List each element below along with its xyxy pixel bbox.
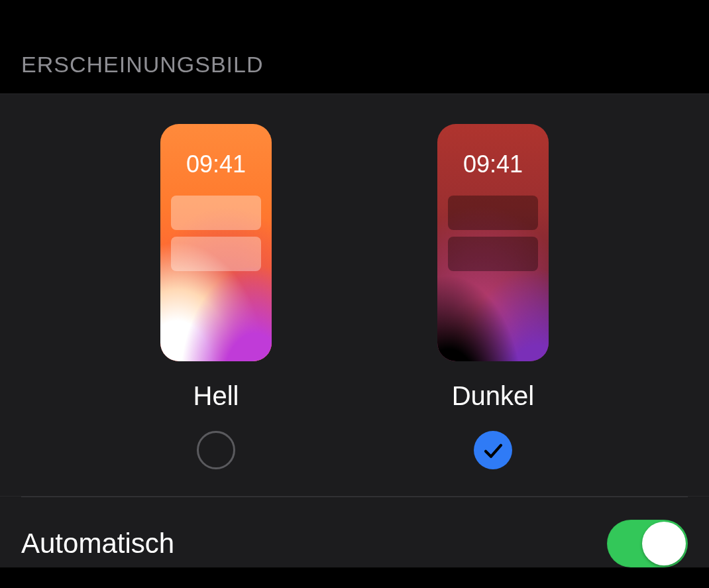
dark-mode-preview: 09:41 — [437, 124, 549, 361]
automatic-section: Automatisch — [0, 496, 709, 567]
appearance-option-dark-label: Dunkel — [452, 381, 535, 411]
preview-widget — [171, 237, 261, 271]
preview-time: 09:41 — [160, 150, 272, 178]
appearance-option-dark[interactable]: 09:41 Dunkel — [437, 124, 549, 469]
automatic-toggle[interactable] — [607, 520, 688, 567]
appearance-option-light-radio[interactable] — [197, 431, 235, 469]
appearance-options-row: 09:41 Hell 09:41 Dunkel — [0, 124, 709, 469]
preview-widget — [171, 196, 261, 230]
appearance-option-dark-radio[interactable] — [474, 431, 512, 469]
preview-widgets — [448, 196, 538, 278]
preview-time: 09:41 — [437, 150, 549, 178]
appearance-option-light-label: Hell — [193, 381, 239, 411]
preview-widget — [448, 237, 538, 271]
appearance-panel: 09:41 Hell 09:41 Dunkel — [0, 93, 709, 496]
preview-widgets — [171, 196, 261, 278]
light-mode-preview: 09:41 — [160, 124, 272, 361]
toggle-knob — [642, 522, 686, 565]
appearance-option-light[interactable]: 09:41 Hell — [160, 124, 272, 469]
automatic-row: Automatisch — [0, 497, 709, 567]
section-header-appearance: ERSCHEINUNGSBILD — [0, 0, 709, 93]
preview-widget — [448, 196, 538, 230]
automatic-label: Automatisch — [21, 528, 174, 559]
checkmark-icon — [481, 439, 505, 463]
